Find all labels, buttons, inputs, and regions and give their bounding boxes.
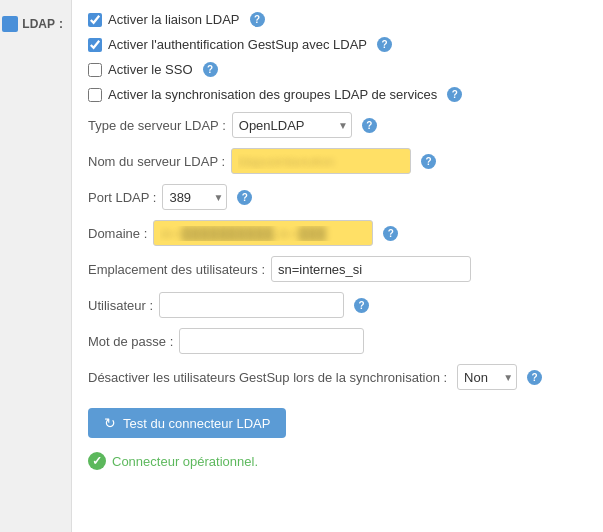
checkbox-row-sso: Activer le SSO ? <box>88 62 587 77</box>
test-ldap-button[interactable]: ↻ Test du connecteur LDAP <box>88 408 286 438</box>
port-label: Port LDAP : <box>88 190 156 205</box>
sidebar: LDAP : <box>0 0 72 532</box>
port-row: Port LDAP : 389 636 ▼ ? <box>88 184 587 210</box>
deactivate-select-wrapper: Non Oui ▼ <box>457 364 517 390</box>
help-icon-sso[interactable]: ? <box>203 62 218 77</box>
help-icon-server-name[interactable]: ? <box>421 154 436 169</box>
user-row: Utilisateur : ? <box>88 292 587 318</box>
checkbox-auth-gestsup-label: Activer l'authentification GestSup avec … <box>108 37 367 52</box>
checkbox-sso[interactable] <box>88 63 102 77</box>
checkbox-sso-label: Activer le SSO <box>108 62 193 77</box>
domain-label: Domaine : <box>88 226 147 241</box>
domain-input[interactable] <box>153 220 373 246</box>
checkbox-auth-gestsup[interactable] <box>88 38 102 52</box>
checkbox-row-liaison: Activer la liaison LDAP ? <box>88 12 587 27</box>
sidebar-ldap-text: LDAP <box>22 17 55 31</box>
help-icon-sync[interactable]: ? <box>447 87 462 102</box>
help-icon-port[interactable]: ? <box>237 190 252 205</box>
sidebar-colon: : <box>59 17 63 31</box>
help-icon-auth[interactable]: ? <box>377 37 392 52</box>
password-label: Mot de passe : <box>88 334 173 349</box>
help-icon-liaison[interactable]: ? <box>250 12 265 27</box>
help-icon-domain[interactable]: ? <box>383 226 398 241</box>
deactivate-label: Désactiver les utilisateurs GestSup lors… <box>88 370 447 385</box>
password-row: Mot de passe : <box>88 328 587 354</box>
port-select-wrapper: 389 636 ▼ <box>162 184 227 210</box>
help-icon-deactivate[interactable]: ? <box>527 370 542 385</box>
test-button-label: Test du connecteur LDAP <box>123 416 270 431</box>
location-input[interactable] <box>271 256 471 282</box>
help-icon-server-type[interactable]: ? <box>362 118 377 133</box>
checkbox-sync-groups[interactable] <box>88 88 102 102</box>
deactivate-select[interactable]: Non Oui <box>457 364 517 390</box>
password-input[interactable] <box>179 328 364 354</box>
domain-row: Domaine : ? <box>88 220 587 246</box>
server-type-row: Type de serveur LDAP : OpenLDAP ActiveDi… <box>88 112 587 138</box>
user-input[interactable] <box>159 292 344 318</box>
server-type-select-wrapper: OpenLDAP ActiveDirectory ▼ <box>232 112 352 138</box>
server-type-select[interactable]: OpenLDAP ActiveDirectory <box>232 112 352 138</box>
checkbox-liaison-ldap[interactable] <box>88 13 102 27</box>
location-row: Emplacement des utilisateurs : <box>88 256 587 282</box>
ldap-icon <box>2 16 18 32</box>
checkbox-row-sync: Activer la synchronisation des groupes L… <box>88 87 587 102</box>
server-name-row: Nom du serveur LDAP : ? <box>88 148 587 174</box>
checkbox-liaison-ldap-label: Activer la liaison LDAP <box>108 12 240 27</box>
deactivate-row: Désactiver les utilisateurs GestSup lors… <box>88 364 587 390</box>
checkbox-row-auth: Activer l'authentification GestSup avec … <box>88 37 587 52</box>
success-message: Connecteur opérationnel. <box>112 454 258 469</box>
success-check-icon: ✓ <box>88 452 106 470</box>
server-type-label: Type de serveur LDAP : <box>88 118 226 133</box>
port-select[interactable]: 389 636 <box>162 184 227 210</box>
help-icon-user[interactable]: ? <box>354 298 369 313</box>
sidebar-ldap-label: LDAP : <box>2 14 63 32</box>
refresh-icon: ↻ <box>104 415 116 431</box>
checkbox-sync-groups-label: Activer la synchronisation des groupes L… <box>108 87 437 102</box>
success-row: ✓ Connecteur opérationnel. <box>88 452 587 470</box>
server-name-input[interactable] <box>231 148 411 174</box>
location-label: Emplacement des utilisateurs : <box>88 262 265 277</box>
server-name-label: Nom du serveur LDAP : <box>88 154 225 169</box>
user-label: Utilisateur : <box>88 298 153 313</box>
ldap-form-content: Activer la liaison LDAP ? Activer l'auth… <box>72 0 603 532</box>
